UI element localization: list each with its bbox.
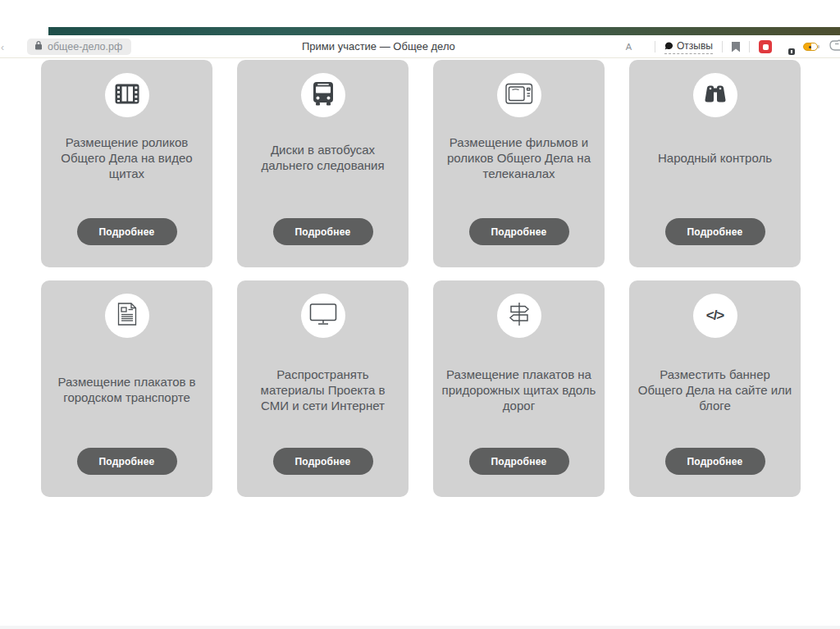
hand-extension-icon[interactable] [829, 38, 840, 56]
url-text[interactable]: общее-дело.рф [48, 41, 122, 52]
card-icon-circle [301, 73, 345, 117]
card-icon-circle [693, 73, 737, 117]
lock-icon [34, 39, 43, 54]
red-extension-icon[interactable] [759, 40, 772, 53]
screenshot-stage: ‹ общее-дело.рф Прими участие — Общее де… [0, 0, 840, 629]
details-button[interactable]: Подробнее [77, 218, 177, 245]
tv-icon [505, 83, 533, 108]
page-title: Прими участие — Общее дело [302, 40, 455, 52]
details-button[interactable]: Подробнее [273, 448, 373, 475]
card-site-banner: </> Разместить баннер Общего Дела на сай… [629, 280, 801, 497]
reviews-bubble-icon [664, 42, 673, 50]
address-bar[interactable]: общее-дело.рф [27, 39, 131, 55]
reviews-button[interactable]: Отзывы [664, 40, 713, 54]
card-bus-discs: Диски в автобусах дальнего следования По… [237, 60, 409, 267]
reviews-label[interactable]: Отзывы [677, 40, 713, 52]
card-title: Размещение плакатов на придорожных щитах… [441, 361, 596, 418]
toolbar-separator [722, 41, 723, 52]
card-video-billboards: Размещение роликов Общего Дела на видео … [41, 60, 212, 267]
toolbar-separator [749, 41, 750, 52]
battery-extension-icon[interactable] [803, 43, 818, 51]
card-title: Размещение фильмов и роликов Общего Дела… [441, 129, 596, 186]
card-roadside-billboards: Размещение плакатов на придорожных щитах… [433, 280, 605, 497]
slide-top-band [0, 0, 840, 27]
bus-icon [313, 81, 334, 109]
translate-icon[interactable]: A [626, 42, 637, 52]
bottom-edge-strip [0, 626, 840, 629]
card-icon-circle: </> [693, 294, 737, 338]
card-icon-circle [497, 73, 541, 117]
card-internet-media: Распространять материалы Проекта в СМИ и… [237, 280, 409, 497]
green-extension-icon[interactable] [781, 41, 794, 53]
toolbar-extensions: A Отзывы [626, 35, 840, 58]
bookmark-icon[interactable] [732, 42, 740, 52]
details-button[interactable]: Подробнее [665, 218, 765, 245]
card-title: Размещение роликов Общего Дела на видео … [49, 129, 204, 186]
binoculars-icon [703, 83, 728, 107]
card-title: Размещение плакатов в городском транспор… [49, 361, 204, 418]
card-icon-circle [497, 294, 541, 338]
code-icon: </> [706, 308, 724, 324]
card-city-transport-posters: Размещение плакатов в городском транспор… [41, 280, 212, 497]
card-title: Диски в автобусах дальнего следования [245, 129, 400, 186]
card-title: Распространять материалы Проекта в СМИ и… [245, 361, 400, 418]
card-icon-circle [105, 294, 149, 338]
poster-icon [116, 302, 139, 330]
card-icon-circle [105, 73, 149, 117]
signpost-icon [507, 301, 532, 330]
nav-buttons-fragment[interactable]: ‹ [1, 42, 4, 53]
participation-card-grid: Размещение роликов Общего Дела на видео … [41, 60, 801, 497]
card-title: Разместить баннер Общего Дела на сайте и… [637, 361, 792, 418]
details-button[interactable]: Подробнее [77, 448, 177, 475]
card-icon-circle [301, 294, 345, 338]
monitor-icon [309, 303, 337, 329]
card-tv-channels: Размещение фильмов и роликов Общего Дела… [433, 60, 605, 267]
toolbar-separator [655, 41, 655, 52]
card-title: Народный контроль [637, 129, 792, 186]
film-icon [115, 84, 139, 107]
details-button[interactable]: Подробнее [469, 218, 569, 245]
details-button[interactable]: Подробнее [665, 448, 765, 475]
card-public-control: Народный контроль Подробнее [629, 60, 801, 267]
details-button[interactable]: Подробнее [469, 448, 569, 475]
browser-toolbar: ‹ общее-дело.рф Прими участие — Общее де… [0, 35, 840, 58]
slide-accent-bar [48, 27, 840, 35]
details-button[interactable]: Подробнее [273, 218, 373, 245]
